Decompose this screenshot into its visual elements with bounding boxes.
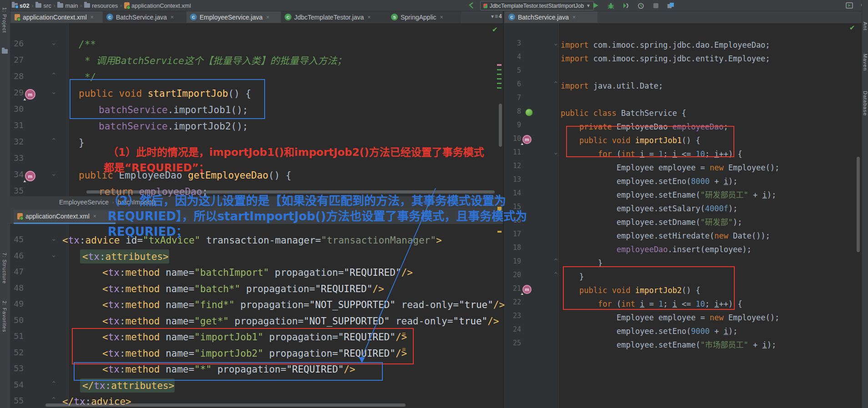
folder-icon bbox=[57, 3, 63, 8]
tab-EmployeeService-java[interactable]: CEmployeeService.java× bbox=[186, 11, 287, 23]
terminal-icon[interactable] bbox=[845, 1, 854, 10]
code-line: employee.setHiredate(new Date()); bbox=[617, 230, 770, 242]
code-line: * 调用BatchService这个【批量导入类】的批量导入方法； bbox=[85, 55, 346, 67]
breadcrumb-item-src[interactable]: src bbox=[35, 2, 51, 9]
profiler-icon[interactable] bbox=[636, 1, 645, 10]
project-tool-icon[interactable] bbox=[2, 49, 8, 54]
tab-JdbcTemplateTestor-java[interactable]: CJdbcTemplateTestor.java× bbox=[281, 11, 394, 23]
fold-marker-icon[interactable]: ⌄ bbox=[51, 234, 57, 243]
test-class-icon: C bbox=[285, 14, 291, 20]
code-line: employee.setEno(8000 + i); bbox=[617, 175, 738, 188]
fold-marker-icon[interactable]: ⌄ bbox=[51, 39, 57, 47]
method-marker-icon[interactable]: m bbox=[522, 135, 532, 144]
code-line: import java.util.Date; bbox=[561, 80, 663, 92]
close-icon[interactable]: × bbox=[93, 213, 96, 219]
close-icon[interactable]: × bbox=[367, 14, 371, 20]
line-number: 19 bbox=[504, 257, 521, 265]
line-number: 12 bbox=[504, 162, 521, 170]
tool-button-maven[interactable]: Maven bbox=[863, 54, 868, 71]
code-line: <tx:method name="batch*" propagation="RE… bbox=[102, 283, 384, 295]
chevron-down-icon: ▼ bbox=[586, 3, 591, 8]
method-marker-icon[interactable]: m bbox=[522, 285, 532, 294]
breadcrumb-item-main[interactable]: main bbox=[57, 2, 78, 9]
java-class-icon: C bbox=[508, 14, 515, 20]
code-line: } bbox=[598, 257, 602, 269]
code-line: Employee employee = new Employee(); bbox=[617, 312, 779, 324]
right-editor-tabbar: CBatchService.java× bbox=[503, 11, 862, 24]
fold-marker-icon[interactable]: ⌄ bbox=[553, 148, 559, 156]
code-line: employee.setEno(9000 + i); bbox=[617, 325, 738, 338]
breadcrumb-method[interactable]: batchImport() bbox=[118, 199, 156, 206]
fold-marker-icon[interactable]: ⌃ bbox=[553, 271, 559, 279]
xml-file-icon bbox=[17, 213, 23, 219]
tab-right-BatchService-java[interactable]: CBatchService.java× bbox=[505, 11, 597, 23]
hidden-tabs-dropdown[interactable]: ▾≡4 bbox=[491, 13, 502, 20]
breadcrumb-class[interactable]: EmployeeService bbox=[59, 199, 109, 206]
fold-marker-icon[interactable]: ⌃ bbox=[51, 137, 57, 145]
fold-marker-icon[interactable]: ⌄ bbox=[51, 169, 57, 178]
breadcrumb-item-file[interactable]: applicationContext.xml bbox=[124, 2, 191, 9]
tab-BatchService-java[interactable]: CBatchService.java× bbox=[103, 11, 193, 23]
breadcrumb-item-project[interactable]: s02 bbox=[12, 2, 30, 9]
line-number: 8 bbox=[504, 107, 521, 115]
coverage-icon[interactable] bbox=[621, 1, 630, 10]
fold-marker-icon[interactable]: ⌄ bbox=[553, 39, 559, 47]
java-class-icon: C bbox=[106, 14, 113, 20]
line-number: 9 bbox=[504, 121, 521, 129]
line-number: 30 bbox=[5, 104, 24, 114]
run-configuration-select[interactable]: JdbcTemplateTestor.testStartImportJob ▼ bbox=[480, 1, 594, 10]
code-line: for (int i = 1; i <= 10; i++) { bbox=[598, 148, 742, 160]
stop-icon[interactable] bbox=[651, 1, 660, 10]
code-line: batchService.importJob1(); bbox=[99, 104, 248, 116]
scrollbar[interactable] bbox=[45, 403, 406, 407]
line-number: 27 bbox=[5, 55, 24, 65]
fold-marker-icon[interactable]: ⌄ bbox=[51, 251, 57, 259]
code-line: employee.setSalary(4000f); bbox=[617, 203, 738, 215]
close-icon[interactable]: × bbox=[572, 14, 576, 20]
tab-applicationContext-xml[interactable]: applicationContext.xml× bbox=[11, 11, 109, 23]
line-number: 45 bbox=[5, 234, 24, 244]
fold-marker-icon[interactable]: ⌃ bbox=[51, 396, 57, 404]
project-structure-icon[interactable] bbox=[666, 1, 675, 10]
fold-marker-icon[interactable]: ⌃ bbox=[553, 257, 559, 265]
line-number: 32 bbox=[5, 137, 24, 146]
line-number: 23 bbox=[504, 312, 521, 320]
method-marker-icon[interactable]: m bbox=[25, 171, 35, 181]
close-icon[interactable]: × bbox=[171, 14, 174, 20]
tool-button-project[interactable]: 1: Project bbox=[2, 7, 7, 33]
line-number: 52 bbox=[5, 348, 24, 357]
debug-icon[interactable] bbox=[606, 1, 615, 10]
line-number: 35 bbox=[5, 186, 24, 195]
right-tool-strip: Ant Maven Database bbox=[862, 0, 868, 408]
fold-marker-icon[interactable]: ⌃ bbox=[51, 380, 57, 388]
back-icon[interactable] bbox=[467, 1, 476, 10]
fold-marker-icon[interactable]: ⌄ bbox=[51, 88, 57, 96]
line-number: 4 bbox=[504, 53, 521, 61]
close-icon[interactable]: × bbox=[90, 14, 94, 20]
fold-marker-icon[interactable]: ⌃ bbox=[51, 71, 57, 80]
line-number: 46 bbox=[5, 251, 24, 260]
close-icon[interactable]: × bbox=[266, 14, 270, 20]
scrollbar[interactable] bbox=[86, 190, 495, 194]
tab-bottom-applicationContext-xml[interactable]: applicationContext.xml× bbox=[14, 210, 115, 224]
line-number: 51 bbox=[5, 331, 24, 341]
tool-button-database[interactable]: Database bbox=[863, 91, 868, 116]
tab-SpringApplic[interactable]: SSpringApplic× bbox=[387, 11, 461, 23]
line-number: 53 bbox=[5, 363, 24, 373]
spring-bean-icon[interactable] bbox=[525, 109, 533, 116]
line-number: 14 bbox=[504, 189, 521, 197]
run-icon[interactable] bbox=[591, 1, 600, 10]
line-number: 47 bbox=[5, 267, 24, 276]
inspection-mark-icon: ≡ bbox=[402, 346, 406, 353]
fold-marker-icon[interactable]: ⌃ bbox=[553, 80, 559, 88]
scrollbar[interactable] bbox=[857, 157, 860, 252]
tool-button-ant[interactable]: Ant bbox=[863, 22, 868, 31]
method-marker-icon[interactable]: m bbox=[25, 89, 35, 100]
scrollbar[interactable] bbox=[499, 104, 502, 147]
line-number: 17 bbox=[504, 230, 521, 238]
line-number: 15 bbox=[504, 203, 521, 211]
xml-file-icon bbox=[124, 2, 130, 9]
breadcrumb-item-resources[interactable]: resources bbox=[84, 2, 118, 9]
close-icon[interactable]: × bbox=[440, 14, 443, 20]
line-number: 29 bbox=[5, 88, 24, 97]
